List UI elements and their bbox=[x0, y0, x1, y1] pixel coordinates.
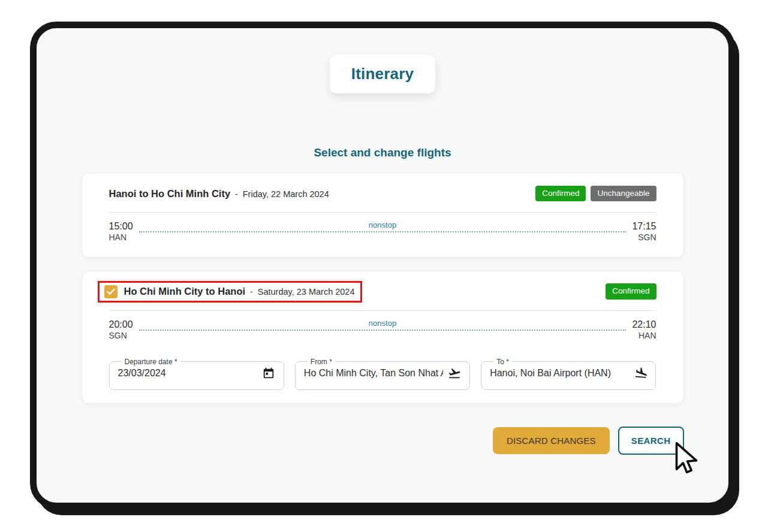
discard-changes-button[interactable]: DISCARD CHANGES bbox=[493, 427, 610, 454]
departure-airport-code: HAN bbox=[109, 232, 133, 244]
arrival-endpoint: 17:15 SGN bbox=[632, 220, 656, 244]
action-bar: DISCARD CHANGES SEARCH bbox=[82, 427, 684, 455]
stops-label: nonstop bbox=[369, 319, 396, 327]
flight-leg: 15:00 HAN nonstop 17:15 SGN bbox=[109, 220, 656, 244]
flight-title-group: Ho Chi Minh City to Hanoi - Saturday, 23… bbox=[124, 286, 355, 297]
flight-route: Ho Chi Minh City to Hanoi bbox=[124, 286, 246, 297]
departure-endpoint: 20:00 SGN bbox=[109, 319, 133, 342]
departure-time: 20:00 bbox=[109, 319, 133, 330]
flight-route: Hanoi to Ho Chi Minh City bbox=[109, 188, 231, 200]
screenshot-frame: Itinerary Select and change flights Hano… bbox=[30, 22, 735, 509]
stops-label: nonstop bbox=[369, 221, 396, 229]
departure-date-field[interactable]: Departure date * bbox=[109, 358, 284, 390]
arrival-time: 17:15 bbox=[632, 220, 656, 232]
from-field[interactable]: From * bbox=[295, 358, 470, 390]
departure-date-label: Departure date * bbox=[122, 358, 180, 366]
card-divider bbox=[109, 310, 656, 311]
status-badges: Confirmed Unchangeable bbox=[535, 186, 656, 202]
flight-card-header: Hanoi to Ho Chi Minh City - Friday, 22 M… bbox=[109, 184, 656, 203]
calendar-icon[interactable] bbox=[262, 367, 275, 380]
flight-title-group: Hanoi to Ho Chi Minh City - Friday, 22 M… bbox=[109, 188, 329, 200]
flight-card-return: Ho Chi Minh City to Hanoi - Saturday, 23… bbox=[82, 271, 684, 404]
app-screen: Itinerary Select and change flights Hano… bbox=[37, 28, 728, 503]
departure-date-input[interactable] bbox=[118, 368, 257, 379]
to-input[interactable] bbox=[490, 368, 629, 379]
flight-path-dotted-line bbox=[139, 330, 627, 331]
to-label: To * bbox=[493, 358, 512, 366]
flight-path-dotted-line bbox=[139, 231, 627, 232]
status-badge-confirmed: Confirmed bbox=[606, 283, 656, 300]
page-title-card: Itinerary bbox=[330, 55, 435, 93]
page-title: Itinerary bbox=[351, 65, 414, 83]
status-badge-unchangeable: Unchangeable bbox=[591, 186, 656, 202]
search-button[interactable]: SEARCH bbox=[618, 427, 684, 455]
check-icon bbox=[107, 288, 115, 295]
arrival-airport-code: SGN bbox=[632, 232, 656, 244]
arrival-endpoint: 22:10 HAN bbox=[632, 319, 656, 342]
from-label: From * bbox=[308, 358, 335, 366]
card-divider bbox=[109, 212, 656, 213]
itinerary-content: Hanoi to Ho Chi Minh City - Friday, 22 M… bbox=[82, 173, 684, 455]
change-flight-form: Departure date * From * bbox=[109, 358, 656, 390]
flight-card-outbound: Hanoi to Ho Chi Minh City - Friday, 22 M… bbox=[82, 173, 684, 258]
flight-date: Friday, 22 March 2024 bbox=[243, 189, 329, 199]
departure-time: 15:00 bbox=[109, 220, 133, 232]
to-field[interactable]: To * bbox=[481, 358, 656, 390]
leg-middle: nonstop bbox=[133, 220, 633, 232]
departure-airport-code: SGN bbox=[109, 330, 133, 342]
departure-endpoint: 15:00 HAN bbox=[109, 220, 133, 244]
route-date-separator: - bbox=[235, 189, 238, 199]
status-badges: Confirmed bbox=[606, 283, 656, 300]
route-date-separator: - bbox=[250, 287, 253, 297]
arrival-time: 22:10 bbox=[632, 319, 656, 330]
leg-middle: nonstop bbox=[133, 319, 633, 331]
status-badge-confirmed: Confirmed bbox=[535, 186, 586, 202]
section-heading: Select and change flights bbox=[37, 146, 728, 159]
flight-land-icon[interactable] bbox=[634, 367, 647, 380]
arrival-airport-code: HAN bbox=[632, 330, 656, 342]
flight-select-checkbox[interactable] bbox=[104, 285, 118, 298]
flight-card-header: Ho Chi Minh City to Hanoi - Saturday, 23… bbox=[109, 282, 656, 301]
flight-takeoff-icon[interactable] bbox=[448, 367, 461, 380]
flight-date: Saturday, 23 March 2024 bbox=[258, 287, 355, 297]
from-input[interactable] bbox=[304, 368, 443, 379]
selection-annotation: Ho Chi Minh City to Hanoi - Saturday, 23… bbox=[98, 281, 363, 303]
flight-leg: 20:00 SGN nonstop 22:10 HAN bbox=[109, 319, 656, 342]
